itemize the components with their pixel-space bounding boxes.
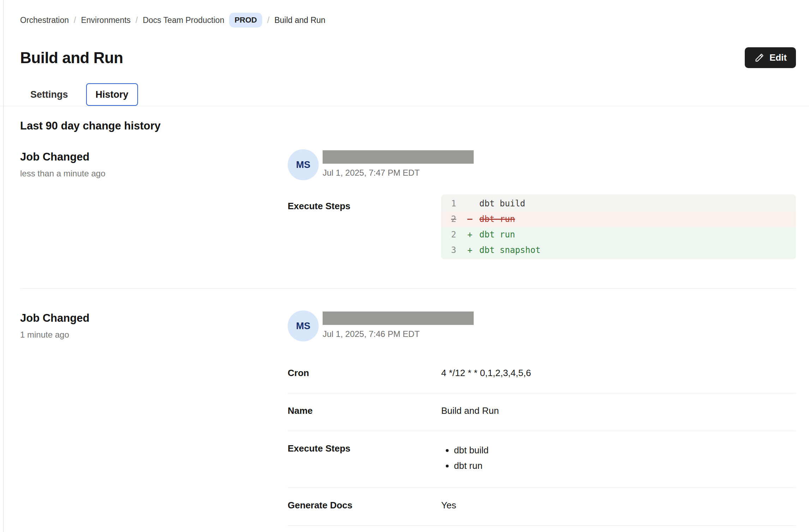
change-timestamp: Jul 1, 2025, 7:47 PM EDT [323,167,474,179]
diff-line-removed: 2-dbt run [441,211,796,227]
window-left-border [3,0,4,532]
breadcrumb-separator: / [267,13,269,27]
field-row: NameBuild and Run [288,393,796,431]
page-header: Build and Run Edit [20,47,796,68]
field-label: Execute Steps [288,194,441,212]
diff-sign: - [467,211,479,227]
page-title: Build and Run [20,48,123,67]
tab-bar-divider [0,106,809,106]
entry-summary: Job Changedless than a minute ago [20,149,288,259]
history-heading: Last 90 day change history [20,118,796,134]
entry-relative-time: less than a minute ago [20,168,288,180]
execute-step-item: dbt run [454,458,796,473]
user-avatar: MS [288,149,319,180]
diff-line-added: 2+dbt run [441,227,796,242]
diff-sign: + [467,227,479,242]
diff-sign: + [467,242,479,258]
environment-badge: PROD [229,13,262,28]
field-label: Execute Steps [288,442,441,454]
diff-code: dbt run [479,211,515,227]
redacted-username-bar [323,150,474,164]
entry-details: MSJul 1, 2025, 7:47 PM EDTExecute Steps1… [288,149,796,259]
changed-by-row: MSJul 1, 2025, 7:46 PM EDT [288,310,796,341]
field-label: Name [288,405,441,417]
diff-code: dbt snapshot [479,242,540,258]
field-value: 1dbt build2-dbt run2+dbt run3+dbt snapsh… [441,194,796,259]
field-value: 4 */12 * * 0,1,2,3,4,5,6 [441,367,796,379]
edit-button-label: Edit [769,52,787,63]
redacted-username-bar [323,312,474,325]
diff-line-number: 3 [451,242,467,258]
breadcrumb-separator: / [136,13,138,27]
entry-details: MSJul 1, 2025, 7:46 PM EDTCron4 */12 * *… [288,310,796,526]
diff-line-added: 3+dbt snapshot [441,242,796,258]
breadcrumb-separator: / [74,13,76,27]
tab-bar: SettingsHistory [20,83,796,106]
breadcrumb-current: Build and Run [274,13,325,27]
execute-steps-list: dbt builddbt run [441,442,796,473]
diff-code: dbt run [479,227,515,242]
field-row: Execute Steps1dbt build2-dbt run2+dbt ru… [288,194,796,259]
diff-sign [467,196,479,211]
history-entry: Job Changed1 minute agoMSJul 1, 2025, 7:… [20,289,796,526]
changed-fields: Execute Steps1dbt build2-dbt run2+dbt ru… [288,194,796,259]
breadcrumb-link[interactable]: Docs Team Production [143,13,224,27]
breadcrumb: Orchestration/Environments/Docs Team Pro… [20,13,796,28]
entry-relative-time: 1 minute ago [20,329,288,341]
diff-code: dbt build [479,196,525,211]
diff-line-context: 1dbt build [441,196,796,211]
entry-summary: Job Changed1 minute ago [20,310,288,526]
field-value: dbt builddbt run [441,442,796,473]
field-value: Build and Run [441,405,796,417]
tab-settings[interactable]: Settings [21,83,78,106]
diff-line-number: 2 [451,211,467,227]
diff-line-number: 1 [451,196,467,211]
history-entry: Job Changedless than a minute agoMSJul 1… [20,149,796,259]
user-avatar: MS [288,310,319,341]
changed-fields: Cron4 */12 * * 0,1,2,3,4,5,6NameBuild an… [288,356,796,526]
tab-history[interactable]: History [86,83,138,106]
field-label: Cron [288,367,441,379]
pencil-icon [754,53,765,63]
field-row: Generate DocsYes [288,488,796,526]
user-meta: Jul 1, 2025, 7:47 PM EDT [323,149,474,179]
field-value: Yes [441,499,796,511]
field-row: Cron4 */12 * * 0,1,2,3,4,5,6 [288,356,796,393]
change-history-list: Job Changedless than a minute agoMSJul 1… [20,149,796,526]
entry-title: Job Changed [20,310,288,326]
execute-steps-diff: 1dbt build2-dbt run2+dbt run3+dbt snapsh… [441,194,796,259]
page-content: Orchestration/Environments/Docs Team Pro… [20,0,796,526]
diff-line-number: 2 [451,227,467,242]
changed-by-row: MSJul 1, 2025, 7:47 PM EDT [288,149,796,180]
user-meta: Jul 1, 2025, 7:46 PM EDT [323,310,474,340]
field-label: Generate Docs [288,499,441,511]
change-timestamp: Jul 1, 2025, 7:46 PM EDT [323,328,474,340]
edit-button[interactable]: Edit [745,47,796,68]
breadcrumb-link[interactable]: Environments [81,13,131,27]
entry-title: Job Changed [20,149,288,165]
breadcrumb-link[interactable]: Orchestration [20,13,69,27]
execute-step-item: dbt build [454,442,796,458]
field-row: Execute Stepsdbt builddbt run [288,431,796,488]
